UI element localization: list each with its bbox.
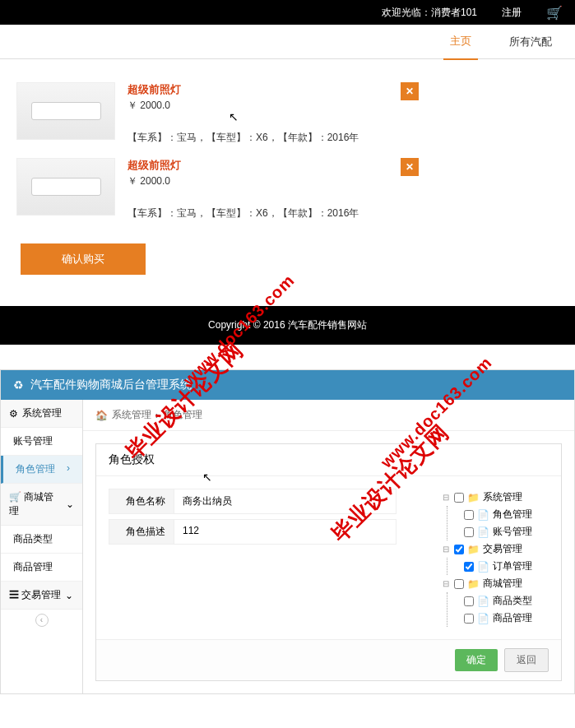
folder-icon: 📁 [467,492,480,503]
confirm-button[interactable]: 确定 [455,649,498,671]
tree-node-role[interactable]: 📄 角色管理 [464,506,532,523]
product-title: 超级前照灯 [128,158,401,173]
collapse-button[interactable]: ‹ [1,610,82,631]
panel-footer: 确定 返回 [96,639,561,680]
minus-icon[interactable]: ⊟ [443,579,451,588]
sidebar-group-system[interactable]: ⚙ 系统管理 [1,400,82,428]
product-desc: 【车系】：宝马，【车型】：X6，【年款】：2016年 [128,131,401,145]
sidebar-group-mall[interactable]: 🛒 商城管理 ⌄ [1,484,82,526]
checkbox-sys[interactable] [454,493,464,503]
chevron-down-icon: ⌄ [66,498,74,510]
product-title: 超级前照灯 [128,82,401,97]
cart-section: 超级前照灯 ￥ 2000.0 【车系】：宝马，【车型】：X6，【年款】：2016… [0,59,575,299]
remove-button[interactable]: ✕ [401,82,419,100]
sidebar-item-product-type[interactable]: 商品类型 [1,526,82,554]
gear-icon: ⚙ [9,408,18,420]
remove-button[interactable]: ✕ [401,158,419,176]
tree-node-trade[interactable]: ⊟ 📁 交易管理 [443,540,532,558]
checkbox-account[interactable] [464,527,474,537]
sidebar-group-trade[interactable]: ☰ 交易管理 ⌄ [1,582,82,610]
product-price: ￥ 2000.0 [128,99,401,113]
chevron-down-icon: ⌄ [65,590,73,601]
checkbox-ptype[interactable] [464,596,474,606]
cart-item-info: 超级前照灯 ￥ 2000.0 【车系】：宝马，【车型】：X6，【年款】：2016… [128,82,401,145]
minus-icon[interactable]: ⊟ [443,545,451,554]
tree-node-mall[interactable]: ⊟ 📁 商城管理 [443,575,532,592]
nav-bar: 主页 所有汽配 [0,25,575,59]
sidebar-item-role[interactable]: 角色管理 › [1,456,82,484]
admin-content: 🏠 系统管理 › 角色管理 角色授权 角色名称 商务出纳员 角色描述 [83,400,574,693]
admin-panel-roles: ♻ 汽车配件购物商城后台管理系统 ⚙ 系统管理 账号管理 角色管理 › 🛒 商城… [0,369,575,694]
welcome-text: 欢迎光临：消费者101 [382,6,477,20]
back-button[interactable]: 返回 [504,648,549,672]
chevron-right-icon: › [67,462,70,474]
register-link[interactable]: 注册 [502,6,522,20]
product-desc: 【车系】：宝马，【车型】：X6，【年款】：2016年 [128,206,401,220]
folder-icon: 📁 [467,578,480,590]
admin-header: ♻ 汽车配件购物商城后台管理系统 [1,370,574,400]
role-desc-value: 112 [174,519,396,545]
role-name-label: 角色名称 [109,489,174,514]
tree-node-account[interactable]: 📄 账号管理 [464,523,532,540]
tree-node-product[interactable]: 📄 商品管理 [464,610,532,627]
cart-item-info: 超级前照灯 ￥ 2000.0 【车系】：宝马，【车型】：X6，【年款】：2016… [128,158,401,220]
checkbox-role[interactable] [464,510,474,520]
file-icon: 📄 [477,613,489,624]
tree-node-sys[interactable]: ⊟ 📁 系统管理 [443,489,532,506]
role-panel: 角色授权 角色名称 商务出纳员 角色描述 112 [95,443,562,681]
folder-icon: 📁 [467,544,480,555]
product-image [16,158,115,216]
nav-home[interactable]: 主页 [443,24,478,60]
sidebar-item-account[interactable]: 账号管理 [1,428,82,456]
panel-title: 角色授权 [96,444,561,476]
role-desc-label: 角色描述 [109,519,174,545]
sidebar-item-product[interactable]: 商品管理 [1,554,82,582]
cart-icon: 🛒 [9,491,21,503]
checkbox-trade[interactable] [454,545,464,554]
system-title: 汽车配件购物商城后台管理系统 [30,378,192,392]
file-icon: 📄 [477,509,489,521]
list-icon: ☰ [9,589,19,600]
role-name-value: 商务出纳员 [174,489,396,514]
home-icon: 🏠 [95,410,108,421]
tree-node-ptype[interactable]: 📄 商品类型 [464,592,532,610]
checkbox-mall[interactable] [454,579,464,589]
file-icon: 📄 [477,596,489,607]
cart-icon[interactable]: 🛒 [546,5,563,21]
sidebar: ⚙ 系统管理 账号管理 角色管理 › 🛒 商城管理 ⌄ 商品类型 商品管理 ☰ … [1,400,83,693]
checkbox-order[interactable] [464,562,474,572]
recycle-icon: ♻ [13,378,24,392]
breadcrumb: 🏠 系统管理 › 角色管理 [83,400,574,431]
permission-tree: ⊟ 📁 系统管理 📄 角色管理 [443,489,549,627]
file-icon: 📄 [477,526,489,538]
role-form: 角色名称 商务出纳员 角色描述 112 [109,489,396,627]
tree-node-order[interactable]: 📄 订单管理 [464,558,532,575]
footer: Copyright © 2016 汽车配件销售网站 [0,306,575,345]
product-image [16,82,115,140]
cart-item: 超级前照灯 ￥ 2000.0 【车系】：宝马，【车型】：X6，【年款】：2016… [16,76,559,151]
minus-icon[interactable]: ⊟ [443,493,451,502]
confirm-purchase-button[interactable]: 确认购买 [21,243,146,275]
top-bar: 欢迎光临：消费者101 注册 🛒 [0,0,575,25]
nav-allparts[interactable]: 所有汽配 [503,25,559,59]
copyright-text: Copyright © 2016 汽车配件销售网站 [208,319,367,331]
product-price: ￥ 2000.0 [128,174,401,188]
file-icon: 📄 [477,561,489,573]
cart-item: 超级前照灯 ￥ 2000.0 【车系】：宝马，【车型】：X6，【年款】：2016… [16,151,559,227]
checkbox-product[interactable] [464,614,474,624]
